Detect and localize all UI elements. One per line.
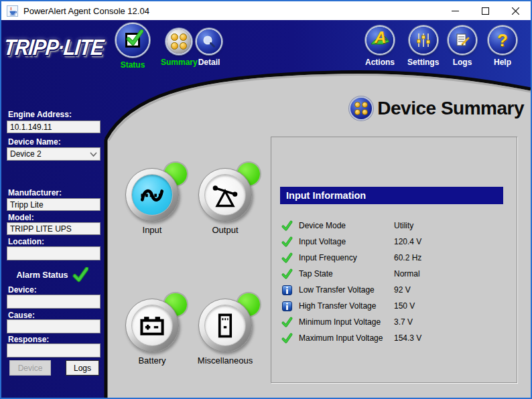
alarm-status: Alarm Status xyxy=(1,265,103,285)
info-row: Low Transfer Voltage92 V xyxy=(281,282,509,298)
battery-label: Battery xyxy=(115,355,189,366)
manufacturer-field[interactable] xyxy=(7,198,101,211)
cause-field[interactable] xyxy=(7,319,101,333)
green-check-icon xyxy=(281,333,293,344)
settings-sliders-icon xyxy=(410,27,437,54)
info-icon xyxy=(282,285,292,295)
battery-icon xyxy=(131,305,173,346)
green-check-icon xyxy=(281,236,293,248)
settings-button[interactable]: Settings xyxy=(407,27,439,67)
info-row-value: 92 V xyxy=(394,285,411,295)
input-sine-icon xyxy=(131,174,173,216)
device-field[interactable] xyxy=(7,295,101,309)
page-title: Device Summary xyxy=(350,98,524,119)
content-stage: Device Summary Input xyxy=(103,20,531,398)
info-row: Device ModeUtility xyxy=(281,218,509,234)
output-label: Output xyxy=(188,225,262,235)
info-row-label: High Transfer Voltage xyxy=(299,301,385,311)
help-question-icon: ? xyxy=(489,27,516,54)
output-balance-icon xyxy=(204,174,246,216)
nav-summary-button[interactable]: Summary xyxy=(161,29,198,67)
green-check-icon xyxy=(281,252,293,264)
nav-status-button[interactable]: Status xyxy=(117,24,149,70)
help-button[interactable]: ? Help xyxy=(489,27,516,67)
miscellaneous-button[interactable] xyxy=(198,299,252,352)
info-row: Minimum Input Voltage3.7 V xyxy=(281,314,509,330)
info-icon xyxy=(282,301,292,311)
minimize-icon xyxy=(452,7,459,15)
info-row: High Transfer Voltage150 V xyxy=(281,298,509,314)
info-row-label: Maximum Input Voltage xyxy=(299,333,385,343)
info-row-value: 3.7 V xyxy=(394,317,413,327)
logs-button-toolbar[interactable]: Logs xyxy=(449,27,476,67)
green-check-icon xyxy=(281,268,293,280)
info-row-label: Device Mode xyxy=(299,221,385,230)
window-title: PowerAlert Agent Console 12.04 xyxy=(23,6,149,16)
logs-notepad-icon xyxy=(449,27,476,54)
info-row-label: Minimum Input Voltage xyxy=(299,317,385,327)
minimize-button[interactable] xyxy=(440,1,470,20)
maximize-button[interactable] xyxy=(470,1,501,20)
info-row-value: Utility xyxy=(394,221,413,230)
summary-dots-icon xyxy=(167,29,191,54)
response-field[interactable] xyxy=(7,343,101,357)
info-row-value: 154.3 V xyxy=(394,333,421,343)
alarm-status-label: Alarm Status xyxy=(16,270,68,280)
miscellaneous-label: Miscellaneous xyxy=(188,355,262,366)
device-name-label: Device Name: xyxy=(8,137,61,147)
chevron-down-icon xyxy=(90,149,97,159)
output-button[interactable] xyxy=(198,168,252,222)
alarm-ok-check-icon xyxy=(72,267,88,283)
battery-button[interactable] xyxy=(125,299,179,352)
info-row-value: 120.4 V xyxy=(394,237,421,246)
page-title-text: Device Summary xyxy=(377,98,524,119)
input-button[interactable] xyxy=(125,168,179,222)
engine-address-field[interactable] xyxy=(7,121,101,133)
info-row-value: Normal xyxy=(394,269,420,278)
info-row-label: Low Transfer Voltage xyxy=(299,285,385,295)
title-bar: PowerAlert Agent Console 12.04 xyxy=(1,1,531,20)
maximize-icon xyxy=(482,7,489,15)
manufacturer-label: Manufacturer: xyxy=(8,188,62,197)
actions-icon: A xyxy=(367,27,393,54)
miscellaneous-ups-icon xyxy=(204,305,246,346)
info-row: Maximum Input Voltage154.3 V xyxy=(281,330,509,346)
tripp-lite-logo: TRIPP·LITE xyxy=(4,23,103,72)
logs-button[interactable]: Logs xyxy=(66,360,99,376)
java-app-icon xyxy=(7,5,18,17)
close-icon xyxy=(512,7,519,15)
location-field[interactable] xyxy=(7,246,101,260)
status-check-icon xyxy=(117,24,149,56)
device-label: Device: xyxy=(8,285,37,295)
info-row-label: Input Frequency xyxy=(299,253,385,262)
summary-dots-icon xyxy=(350,98,372,119)
info-rows: Device ModeUtilityInput Voltage120.4 VIn… xyxy=(281,218,509,346)
input-information-panel: Input Information Device ModeUtilityInpu… xyxy=(271,137,517,383)
green-check-icon xyxy=(281,317,293,328)
info-row-value: 60.2 Hz xyxy=(394,253,421,262)
nav-detail-button[interactable]: Detail xyxy=(197,29,221,67)
response-label: Response: xyxy=(8,335,49,344)
green-check-icon xyxy=(281,220,293,232)
device-name-select[interactable]: Device 2 xyxy=(7,147,101,161)
input-label: Input xyxy=(115,225,189,235)
info-row-label: Input Voltage xyxy=(299,237,385,246)
location-label: Location: xyxy=(8,237,44,246)
model-field[interactable] xyxy=(7,222,101,235)
close-button[interactable] xyxy=(501,1,531,20)
cause-label: Cause: xyxy=(8,311,35,320)
info-row: Tap StateNormal xyxy=(281,266,509,282)
engine-address-label: Engine Address: xyxy=(8,110,72,119)
device-button[interactable]: Device xyxy=(9,360,51,376)
info-row-value: 150 V xyxy=(394,301,415,311)
info-row-label: Tap State xyxy=(299,269,385,278)
info-row: Input Frequency60.2 Hz xyxy=(281,250,509,266)
app-body: Device Summary Input xyxy=(1,20,531,398)
info-row: Input Voltage120.4 V xyxy=(281,234,509,250)
model-label: Model: xyxy=(8,213,34,222)
panel-title: Input Information xyxy=(280,187,503,204)
detail-magnifier-icon xyxy=(197,29,221,54)
app-window: PowerAlert Agent Console 12.04 xyxy=(0,0,532,399)
actions-button[interactable]: A Actions xyxy=(365,27,395,67)
